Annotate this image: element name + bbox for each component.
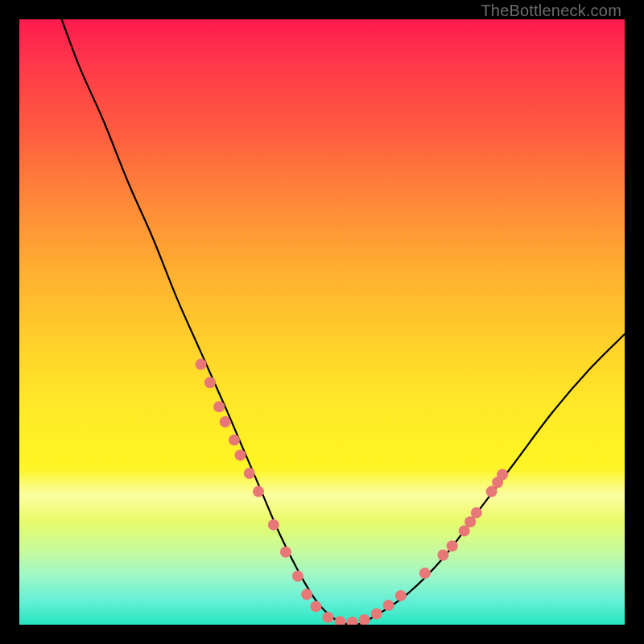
data-marker bbox=[301, 588, 312, 600]
data-marker bbox=[447, 540, 458, 551]
data-marker bbox=[347, 617, 358, 625]
data-marker bbox=[253, 486, 264, 497]
chart-frame: TheBottleneck.com bbox=[0, 0, 644, 644]
data-marker bbox=[213, 401, 225, 412]
watermark-text: TheBottleneck.com bbox=[481, 2, 621, 20]
curve-group bbox=[62, 19, 625, 625]
data-marker bbox=[471, 507, 482, 518]
data-marker bbox=[371, 609, 382, 620]
chart-svg bbox=[19, 19, 625, 625]
data-marker bbox=[204, 377, 216, 388]
data-marker bbox=[419, 568, 431, 579]
data-marker bbox=[323, 612, 334, 623]
data-marker bbox=[335, 616, 346, 625]
data-marker bbox=[280, 547, 291, 558]
plot-area bbox=[19, 19, 625, 625]
data-marker bbox=[229, 435, 240, 446]
data-marker bbox=[220, 416, 231, 427]
marker-group bbox=[196, 359, 508, 625]
main-curve bbox=[62, 19, 625, 625]
data-marker bbox=[244, 468, 255, 479]
data-marker bbox=[268, 519, 279, 530]
data-marker bbox=[497, 469, 508, 481]
data-marker bbox=[395, 590, 407, 601]
data-marker bbox=[292, 571, 303, 582]
data-marker bbox=[235, 449, 246, 460]
data-marker bbox=[311, 601, 322, 612]
data-marker bbox=[359, 614, 370, 625]
data-marker bbox=[196, 359, 207, 370]
data-marker bbox=[437, 550, 448, 561]
data-marker bbox=[383, 600, 394, 611]
